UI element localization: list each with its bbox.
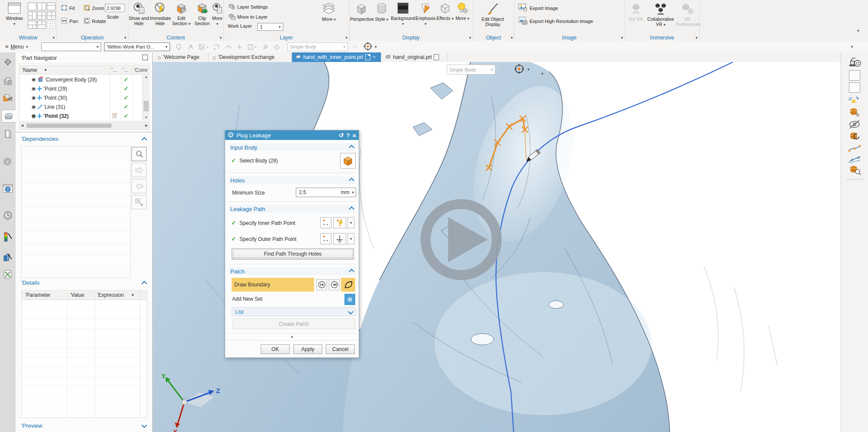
vr-preferences-button[interactable]: VR Preferences — [676, 3, 698, 27]
selection-filter-combo[interactable]: Single Body▾ — [287, 42, 348, 51]
operation-group-label[interactable]: Operation — [56, 35, 128, 41]
collapse-section-icon[interactable] — [349, 206, 354, 212]
inspect-body-icon[interactable] — [847, 164, 862, 175]
arc-center-icon[interactable] — [247, 43, 258, 52]
operation-group-dropdown[interactable]: ▾ — [124, 36, 126, 40]
dialog-close-icon[interactable]: × — [352, 132, 356, 139]
value-column-header[interactable]: 'Value — [70, 292, 84, 298]
ok-button[interactable]: OK — [261, 344, 290, 354]
outer-point-ground-button[interactable] — [333, 233, 346, 244]
background-button[interactable]: Background ▾ — [391, 2, 415, 26]
rotate-button[interactable]: Rotate — [83, 17, 106, 25]
create-patch-button[interactable]: Create Patch — [233, 318, 355, 329]
content-group-label[interactable]: Content — [128, 35, 223, 41]
roles-icon[interactable] — [2, 268, 14, 280]
smooth-curves-icon[interactable] — [847, 154, 862, 165]
perspective-button[interactable]: Perspective — [350, 2, 373, 22]
quadrant-point-icon[interactable] — [262, 43, 269, 52]
immersive-group-label[interactable]: Immersive — [625, 35, 699, 41]
style-button[interactable]: Style ▾ — [373, 2, 391, 22]
display-more-button[interactable]: More ▾ — [454, 2, 471, 21]
holes-section-header[interactable]: Holes — [229, 176, 355, 184]
tree-row-line-31[interactable]: ◉ 'Line (31) ✓ — [20, 102, 150, 111]
outer-path-point-row[interactable]: ✓ Specify Outer Path Point — [231, 236, 296, 242]
layout-grid4-icon[interactable] — [47, 12, 56, 19]
collapse-section-icon[interactable] — [349, 269, 354, 274]
snap-target-icon[interactable] — [364, 42, 373, 52]
export-image-button[interactable]: Export Image — [518, 3, 558, 13]
window-group-label[interactable]: Window — [0, 35, 56, 41]
hide-eye-slash-icon[interactable] — [847, 119, 862, 130]
viewport-toolbar-overflow-icon[interactable]: ⋯ — [501, 67, 506, 73]
tree-row-point-32[interactable]: ◉ 'Point (32) ✓ — [20, 111, 150, 120]
toolbar-right-dropdown[interactable]: ▾ — [851, 45, 853, 49]
robot-machine-icon[interactable] — [847, 56, 862, 67]
apply-button[interactable]: Apply — [293, 344, 322, 354]
collapse-section-icon[interactable] — [349, 178, 354, 183]
panel-splitter[interactable] — [16, 132, 152, 133]
scroll-thumb[interactable] — [26, 123, 111, 128]
select-body-button[interactable] — [340, 153, 356, 169]
replace-body-icon[interactable] — [847, 131, 862, 142]
dialog-titlebar[interactable]: Plug Leakage ↺ ? × — [225, 130, 359, 140]
scroll-down-icon[interactable]: ▼ — [144, 116, 148, 120]
layout-top-split-icon[interactable] — [37, 21, 46, 29]
visibility-eye-icon[interactable]: ◉ — [32, 77, 36, 82]
draw-boundary-active-item[interactable]: Draw Boundary — [232, 278, 314, 292]
layer-group-dropdown[interactable]: ▾ — [345, 36, 347, 40]
dependencies-header[interactable]: 'Dependencies — [21, 136, 147, 143]
visibility-eye-icon[interactable]: ◉ — [32, 95, 36, 101]
layer-group-label[interactable]: Layer — [223, 35, 349, 41]
close-tab-icon[interactable]: × — [373, 54, 376, 60]
add-new-set-button[interactable]: ⊕ — [344, 294, 355, 305]
constraint-navigator-icon[interactable] — [2, 92, 14, 104]
intersection-point-icon[interactable] — [236, 43, 243, 52]
scroll-up-icon[interactable]: ▲ — [144, 75, 148, 79]
tab-development-exchange[interactable]: ⌂ 'Development Exchange — [209, 52, 292, 62]
layout-grid9-icon[interactable] — [47, 21, 56, 29]
scale-input[interactable]: 2.9298 — [105, 4, 125, 12]
fit-curve-icon[interactable] — [847, 143, 862, 154]
layout-single-icon[interactable] — [28, 3, 36, 10]
float-panel-icon[interactable] — [142, 55, 148, 60]
dialog-reset-icon[interactable]: ↺ — [339, 132, 344, 139]
collapse-section-icon[interactable] — [141, 281, 147, 286]
display-group-label[interactable]: Display — [349, 35, 473, 41]
tree-row-convergent-body[interactable]: ◉ 'Convergent Body (28) ✓ — [20, 75, 150, 84]
minimum-size-unit[interactable]: mm — [341, 189, 352, 195]
draw-boundary-curve-button[interactable] — [341, 278, 355, 292]
scroll-right-icon[interactable]: ▶ — [145, 123, 148, 127]
tab-welcome-page[interactable]: ⌂ 'Welcome Page — [154, 52, 209, 62]
dependencies-list[interactable] — [21, 146, 131, 278]
visibility-eye-icon[interactable]: ◉ — [32, 86, 36, 91]
outer-point-dialog-button[interactable] — [320, 233, 331, 244]
plug-leakage-dialog[interactable]: Plug Leakage ↺ ? × Input Body ✓ Select B… — [225, 130, 359, 358]
immersive-group-dropdown[interactable]: ▾ — [695, 36, 698, 40]
work-part-filter-combo[interactable]: 'Within Work Part O...▾ — [104, 42, 170, 51]
viewport-snap-target-icon[interactable] — [514, 64, 525, 75]
edit-body-wrench-icon[interactable] — [847, 107, 862, 118]
list-expander[interactable]: List — [232, 307, 356, 316]
empty-slot-button[interactable] — [847, 70, 862, 81]
collapse-section-icon[interactable] — [349, 145, 354, 150]
fit-button[interactable]: Fit — [61, 4, 75, 12]
content-group-dropdown[interactable]: ▾ — [219, 36, 222, 40]
scroll-left-icon[interactable]: ◀ — [21, 123, 23, 127]
edit-object-display-button[interactable]: Edit Object Display — [475, 2, 510, 27]
immediate-hide-button[interactable]: Immediate Hide — [150, 2, 170, 26]
emphasis-button[interactable]: Emphasis ▾ — [415, 2, 436, 26]
selection-scope-combo[interactable]: ▾ — [41, 42, 101, 51]
sort-ascending-icon[interactable]: ▲ — [131, 292, 134, 296]
layout-bottom-split-icon[interactable] — [28, 21, 36, 29]
tree-vertical-scrollbar[interactable]: ▲ ▼ — [142, 74, 150, 120]
ribbon-collapse-dropdown[interactable]: ▾ — [857, 29, 859, 33]
point-dialog-icon[interactable] — [199, 43, 209, 52]
input-body-section-header[interactable]: Input Body — [229, 143, 355, 151]
collapse-section-icon[interactable] — [141, 137, 147, 143]
viewport-filter-combo[interactable]: Single Body▾ — [447, 65, 495, 75]
pan-button[interactable]: Pan — [61, 17, 78, 25]
highlight-hidden-edges-icon[interactable] — [175, 43, 183, 52]
edit-section-button[interactable]: Edit Section ▾ — [170, 2, 192, 26]
step-back-button[interactable] — [329, 279, 340, 290]
find-path-button[interactable]: Find Path Through Holes — [232, 248, 354, 260]
